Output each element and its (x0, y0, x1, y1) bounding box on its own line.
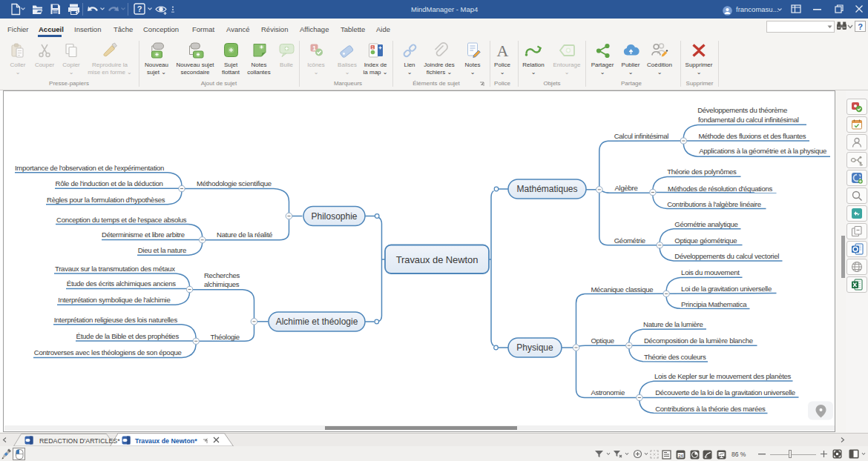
svg-text:Géométrie: Géométrie (614, 236, 645, 245)
svg-text:Optique: Optique (591, 336, 614, 345)
svg-text:Déterminisme et libre arbitre: Déterminisme et libre arbitre (102, 230, 185, 239)
svg-text:Décomposition de la lumière bl: Décomposition de la lumière blanche (644, 336, 753, 345)
svg-text:fondamental du calcul infinité: fondamental du calcul infinitésimal (698, 116, 799, 124)
svg-text:Calcul infinitésimal: Calcul infinitésimal (614, 132, 669, 140)
svg-text:Alchimie et théologie: Alchimie et théologie (276, 316, 358, 327)
svg-text:Astronomie: Astronomie (591, 388, 625, 397)
svg-text:Théorie des couleurs: Théorie des couleurs (644, 353, 706, 361)
svg-text:Mécanique classique: Mécanique classique (591, 285, 653, 293)
svg-text:Géométrie analytique: Géométrie analytique (674, 220, 737, 228)
svg-text:Conception du temps et de l'es: Conception du temps et de l'espace absol… (56, 216, 187, 224)
svg-text:Lois du mouvement: Lois du mouvement (681, 268, 740, 276)
svg-text:Recherches: Recherches (204, 271, 240, 279)
svg-text:Applications à la géométrie et: Applications à la géométrie et à la phys… (699, 147, 826, 155)
svg-text:Philosophie: Philosophie (311, 211, 357, 222)
svg-text:Rôle de l'induction et de la d: Rôle de l'induction et de la déduction (56, 179, 163, 188)
svg-text:Développements du théorème: Développements du théorème (697, 106, 787, 114)
svg-text:Physique: Physique (516, 342, 553, 353)
svg-text:Contributions à la théorie des: Contributions à la théorie des marées (655, 405, 766, 413)
svg-text:Contributions à l'algèbre liné: Contributions à l'algèbre linéaire (667, 200, 761, 208)
svg-text:Dieu et la nature: Dieu et la nature (138, 246, 186, 254)
svg-text:Méthode des fluxions et des fl: Méthode des fluxions et des fluantes (698, 132, 806, 140)
svg-text:Étude des écrits alchimiques a: Étude des écrits alchimiques anciens (67, 279, 177, 288)
svg-text:Principia Mathematica: Principia Mathematica (681, 300, 747, 308)
svg-text:Algèbre: Algèbre (615, 184, 638, 192)
svg-text:Optique géométrique: Optique géométrique (674, 236, 737, 245)
svg-text:Nature de la lumière: Nature de la lumière (643, 320, 703, 328)
svg-text:Importance de l'observation et: Importance de l'observation et de l'expé… (15, 164, 164, 172)
svg-text:Étude de la Bible et des proph: Étude de la Bible et des prophéties (76, 332, 180, 340)
svg-text:Théorie des polynômes: Théorie des polynômes (667, 168, 737, 176)
svg-text:24: 24 (678, 454, 683, 458)
svg-text:Travaux de Newton: Travaux de Newton (396, 254, 479, 265)
svg-text:Nature de la réalité: Nature de la réalité (217, 230, 272, 239)
svg-text:Théologie: Théologie (210, 333, 239, 341)
svg-text:Mathématiques: Mathématiques (516, 184, 577, 194)
svg-text:Travaux sur la transmutation d: Travaux sur la transmutation des métaux (55, 265, 175, 273)
svg-text:Règles pour la formulation d'h: Règles pour la formulation d'hypothèses (47, 196, 165, 204)
svg-text:Controverses avec les théologi: Controverses avec les théologiens de son… (34, 348, 182, 356)
svg-text:Loi de la gravitation universe: Loi de la gravitation universelle (681, 285, 772, 293)
svg-text:Lois de Kepler sur le mouvemen: Lois de Kepler sur le mouvement des plan… (654, 372, 792, 380)
svg-text:Interprétation symbolique de l: Interprétation symbolique de l'alchimie (58, 296, 170, 304)
svg-text:alchimiques: alchimiques (204, 280, 240, 288)
svg-text:Méthodologie scientifique: Méthodologie scientifique (197, 179, 272, 188)
svg-text:Interprétation religieuse des: Interprétation religieuse des lois natur… (54, 316, 178, 324)
svg-text:Découverte de la loi de la gra: Découverte de la loi de la gravitation u… (655, 388, 795, 397)
svg-text:Développements du calcul vecto: Développements du calcul vectoriel (674, 252, 779, 260)
svg-text:Méthodes de résolution d'équat: Méthodes de résolution d'équations (668, 185, 772, 193)
